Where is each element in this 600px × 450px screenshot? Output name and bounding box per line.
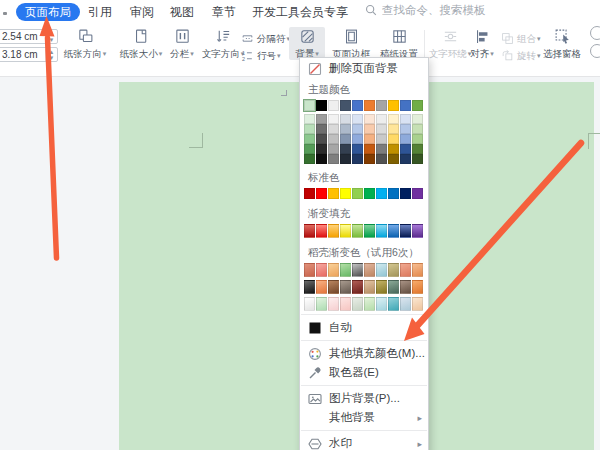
tab-view[interactable]: 视图 — [170, 4, 194, 20]
color-swatch[interactable] — [376, 124, 387, 134]
color-swatch[interactable] — [328, 114, 339, 124]
more-fill-colors-item[interactable]: 其他填充颜色(M)... — [300, 344, 428, 363]
color-swatch[interactable] — [340, 134, 351, 144]
color-swatch[interactable] — [364, 134, 375, 144]
background-button[interactable]: 背景▾ — [289, 27, 325, 60]
color-swatch[interactable] — [328, 297, 339, 311]
color-swatch[interactable] — [352, 134, 363, 144]
color-swatch[interactable] — [352, 224, 363, 238]
color-swatch[interactable] — [376, 280, 387, 294]
color-swatch[interactable] — [412, 297, 423, 311]
color-swatch[interactable] — [400, 144, 411, 154]
margin-top-stepper[interactable]: ▲ ▼ — [45, 31, 57, 43]
color-swatch[interactable] — [316, 263, 327, 277]
paper-orientation-button[interactable]: 纸张方向▾ — [62, 27, 108, 60]
tab-section[interactable]: 章节 — [212, 4, 236, 20]
color-swatch[interactable] — [316, 154, 327, 164]
color-swatch[interactable] — [316, 188, 327, 199]
color-swatch[interactable] — [388, 263, 399, 277]
color-swatch[interactable] — [400, 224, 411, 238]
color-swatch[interactable] — [388, 144, 399, 154]
color-swatch[interactable] — [388, 114, 399, 124]
picture-background-item[interactable]: 图片背景(P)... — [300, 389, 428, 408]
color-swatch[interactable] — [304, 154, 315, 164]
color-swatch[interactable] — [316, 134, 327, 144]
align-button[interactable]: 对齐▾ — [466, 27, 498, 60]
color-swatch[interactable] — [376, 114, 387, 124]
color-swatch[interactable] — [328, 144, 339, 154]
color-swatch[interactable] — [412, 144, 423, 154]
text-direction-button[interactable]: 文字方向▾ — [200, 27, 246, 60]
color-swatch[interactable] — [304, 224, 315, 238]
color-swatch[interactable] — [340, 188, 351, 199]
color-swatch[interactable] — [400, 134, 411, 144]
color-swatch[interactable] — [304, 124, 315, 134]
breaks-button[interactable]: 分隔符▾ — [241, 31, 290, 45]
color-swatch[interactable] — [400, 263, 411, 277]
color-swatch[interactable] — [364, 280, 375, 294]
color-swatch[interactable] — [412, 280, 423, 294]
color-swatch[interactable] — [328, 154, 339, 164]
color-swatch[interactable] — [400, 100, 411, 111]
color-swatch[interactable] — [376, 154, 387, 164]
page-border-button[interactable]: 页面边框 — [329, 27, 373, 60]
paper-size-button[interactable]: 纸张大小▾ — [118, 27, 164, 60]
color-swatch[interactable] — [364, 100, 375, 111]
color-swatch[interactable] — [304, 263, 315, 277]
tab-page-layout[interactable]: 页面布局 — [16, 3, 80, 21]
color-swatch[interactable] — [412, 114, 423, 124]
color-swatch[interactable] — [316, 144, 327, 154]
color-swatch[interactable] — [400, 124, 411, 134]
watermark-item[interactable]: 水印 ▸ — [300, 434, 428, 450]
color-swatch[interactable] — [412, 263, 423, 277]
color-swatch[interactable] — [364, 144, 375, 154]
delete-page-background-item[interactable]: 删除页面背景 — [300, 59, 428, 78]
color-swatch[interactable] — [412, 134, 423, 144]
color-swatch[interactable] — [388, 124, 399, 134]
color-swatch[interactable] — [304, 100, 315, 111]
color-swatch[interactable] — [388, 297, 399, 311]
color-swatch[interactable] — [340, 154, 351, 164]
color-swatch[interactable] — [364, 114, 375, 124]
line-numbers-button[interactable]: 1 2 行号▾ — [241, 48, 281, 62]
color-swatch[interactable] — [304, 144, 315, 154]
margin-top-field[interactable]: ▲ ▼ — [0, 29, 58, 44]
color-swatch[interactable] — [328, 188, 339, 199]
color-swatch[interactable] — [376, 100, 387, 111]
color-swatch[interactable] — [376, 188, 387, 199]
margin-left-input[interactable] — [0, 49, 39, 60]
color-swatch[interactable] — [352, 144, 363, 154]
manuscript-settings-button[interactable]: 稿纸设置 — [377, 27, 421, 60]
stepper-down-icon[interactable]: ▼ — [46, 37, 57, 43]
color-swatch[interactable] — [316, 100, 327, 111]
color-swatch[interactable] — [412, 100, 423, 111]
color-swatch[interactable] — [340, 297, 351, 311]
color-swatch[interactable] — [364, 224, 375, 238]
color-swatch[interactable] — [364, 297, 375, 311]
color-swatch[interactable] — [412, 224, 423, 238]
selection-pane-button[interactable]: 选择窗格 — [540, 27, 584, 60]
clipped-toolbar-button[interactable] — [590, 44, 600, 58]
color-swatch[interactable] — [352, 100, 363, 111]
color-swatch[interactable] — [304, 297, 315, 311]
tab-developer[interactable]: 开发工具 — [252, 4, 300, 20]
color-swatch[interactable] — [328, 280, 339, 294]
eyedropper-item[interactable]: 取色器(E) — [300, 363, 428, 382]
color-swatch[interactable] — [328, 263, 339, 277]
tab-review[interactable]: 审阅 — [130, 4, 154, 20]
color-swatch[interactable] — [376, 263, 387, 277]
color-swatch[interactable] — [400, 188, 411, 199]
color-swatch[interactable] — [352, 263, 363, 277]
color-swatch[interactable] — [340, 124, 351, 134]
color-swatch[interactable] — [412, 124, 423, 134]
color-swatch[interactable] — [352, 280, 363, 294]
color-swatch[interactable] — [316, 224, 327, 238]
color-swatch[interactable] — [316, 280, 327, 294]
color-swatch[interactable] — [400, 154, 411, 164]
color-swatch[interactable] — [400, 297, 411, 311]
columns-button[interactable]: 分栏▾ — [166, 27, 198, 60]
color-swatch[interactable] — [304, 280, 315, 294]
color-swatch[interactable] — [328, 224, 339, 238]
color-swatch[interactable] — [376, 134, 387, 144]
color-swatch[interactable] — [352, 188, 363, 199]
